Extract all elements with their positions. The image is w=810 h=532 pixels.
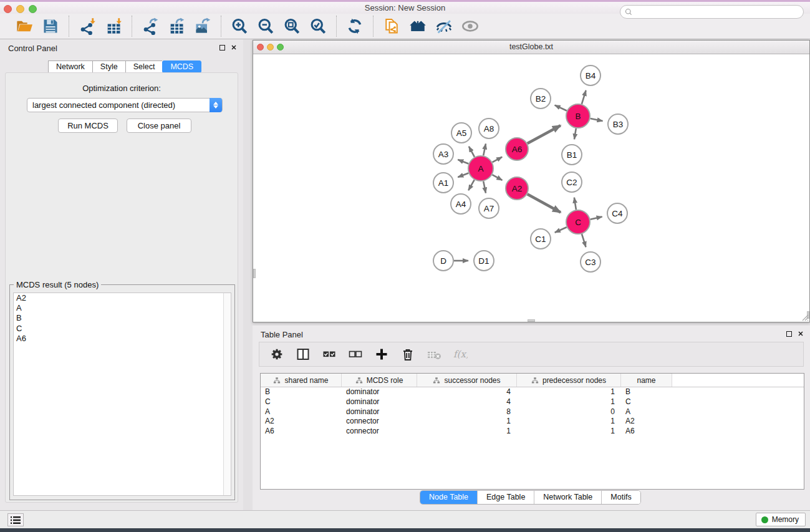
zoom-out-button[interactable]	[255, 16, 276, 37]
edge-C-C3[interactable]	[582, 234, 586, 247]
tab-network[interactable]: Network	[48, 60, 92, 73]
tab-node-table[interactable]: Node Table	[420, 491, 478, 504]
node-A7[interactable]: A7	[479, 198, 499, 218]
edge-A2-C[interactable]	[528, 194, 561, 212]
import-network-button[interactable]	[77, 16, 98, 37]
close-panel-button[interactable]: Close panel	[127, 118, 191, 133]
edge-A-A8[interactable]	[483, 143, 486, 155]
node-A[interactable]: A	[468, 156, 493, 181]
cell[interactable]: 1	[517, 397, 621, 407]
cell[interactable]: A2	[621, 417, 672, 427]
cell[interactable]: 1	[417, 417, 517, 427]
export-network-button[interactable]	[140, 16, 161, 37]
zoom-selected-button[interactable]	[307, 16, 329, 37]
cell[interactable]: dominator	[342, 387, 417, 397]
cell[interactable]: 4	[417, 387, 517, 397]
column-header-name[interactable]: name	[621, 374, 672, 387]
edge-A-A1[interactable]	[458, 173, 468, 178]
zoom-fit-button[interactable]	[281, 16, 302, 37]
node-C[interactable]: C	[566, 210, 590, 234]
edge-C-C1[interactable]	[555, 227, 567, 233]
column-header-MCDS-role[interactable]: MCDS role	[342, 374, 417, 387]
cell[interactable]: C	[261, 397, 342, 407]
node-B1[interactable]: B1	[562, 145, 582, 165]
cell[interactable]: B	[261, 387, 342, 397]
cell[interactable]: C	[621, 397, 672, 407]
import-table-button[interactable]	[103, 16, 124, 37]
show-eye-button[interactable]	[460, 16, 481, 37]
node-A2[interactable]: A2	[506, 177, 528, 200]
cell[interactable]: A6	[621, 427, 672, 437]
task-history-button[interactable]	[7, 513, 24, 526]
node-D[interactable]: D	[433, 251, 453, 271]
column-header-predecessor-nodes[interactable]: predecessor nodes	[517, 374, 621, 387]
tab-mcds[interactable]: MCDS	[162, 60, 201, 73]
network-window-titlebar[interactable]: testGlobe.txt	[253, 41, 809, 54]
node-B[interactable]: B	[566, 104, 590, 128]
node-A3[interactable]: A3	[433, 144, 453, 164]
node-B4[interactable]: B4	[581, 65, 600, 85]
result-item[interactable]: A6	[14, 334, 231, 344]
cell[interactable]: 1	[517, 387, 621, 397]
column-header-shared-name[interactable]: shared name	[261, 374, 342, 387]
float-panel-icon[interactable]	[219, 45, 225, 51]
node-A8[interactable]: A8	[479, 118, 499, 138]
columns-button[interactable]	[294, 346, 312, 363]
mcds-result-list[interactable]: A2ABCA6	[13, 293, 231, 496]
node-C1[interactable]: C1	[531, 229, 551, 249]
result-item[interactable]: A	[14, 303, 231, 313]
node-B2[interactable]: B2	[531, 89, 551, 109]
edge-B-B4[interactable]	[582, 90, 586, 104]
search-input[interactable]	[620, 5, 804, 19]
cell[interactable]: 4	[417, 397, 517, 407]
close-panel-icon[interactable]	[231, 44, 237, 51]
tab-edge-table[interactable]: Edge Table	[478, 491, 534, 504]
edge-A-A4[interactable]	[468, 180, 474, 190]
cell[interactable]: 0	[517, 407, 621, 417]
node-table[interactable]: shared nameMCDS rolesuccessor nodesprede…	[260, 373, 804, 490]
table-row[interactable]: Adominator80A	[261, 407, 804, 417]
edge-A-A6[interactable]	[493, 157, 503, 162]
cell[interactable]: A6	[261, 427, 342, 437]
edge-A-A5[interactable]	[469, 147, 475, 157]
cell[interactable]: A	[621, 407, 672, 417]
cell[interactable]: A2	[261, 417, 342, 427]
tab-select[interactable]: Select	[125, 60, 163, 73]
node-A6[interactable]: A6	[506, 138, 528, 160]
result-item[interactable]: A2	[14, 293, 231, 303]
deselect-all-button[interactable]	[347, 346, 364, 363]
cell[interactable]: dominator	[342, 397, 417, 407]
node-C3[interactable]: C3	[581, 252, 600, 272]
node-D1[interactable]: D1	[474, 251, 494, 271]
export-table-button[interactable]	[166, 16, 187, 37]
edge-B-B1[interactable]	[574, 128, 576, 140]
select-all-button[interactable]	[321, 346, 338, 363]
cell[interactable]: 1	[517, 417, 621, 427]
node-A5[interactable]: A5	[451, 123, 471, 143]
edge-C-C4[interactable]	[591, 216, 602, 219]
hide-selected-button[interactable]	[433, 16, 455, 37]
left-scroll-thumb[interactable]	[253, 269, 256, 278]
zoom-in-button[interactable]	[229, 16, 250, 37]
node-A1[interactable]: A1	[433, 173, 453, 193]
export-image-button[interactable]	[192, 16, 213, 37]
column-header-successor-nodes[interactable]: successor nodes	[417, 374, 517, 387]
run-mcds-button[interactable]: Run MCDS	[58, 118, 118, 133]
cell[interactable]: B	[621, 387, 672, 397]
home-button[interactable]	[407, 16, 428, 37]
refresh-button[interactable]	[344, 16, 365, 37]
cell[interactable]: connector	[342, 417, 417, 427]
cell[interactable]: 1	[417, 427, 517, 437]
settings-gear-button[interactable]	[268, 346, 286, 363]
close-table-panel-icon[interactable]	[798, 331, 804, 337]
table-row[interactable]: A2connector11A2	[261, 417, 804, 427]
float-table-panel-icon[interactable]	[786, 331, 792, 337]
edge-A-A7[interactable]	[483, 181, 486, 193]
cell[interactable]: connector	[342, 427, 417, 437]
table-row[interactable]: Bdominator41B	[261, 387, 804, 397]
edge-B-B2[interactable]	[555, 105, 567, 111]
tab-style[interactable]: Style	[92, 60, 125, 73]
add-column-button[interactable]	[373, 346, 390, 363]
delete-column-button[interactable]	[399, 346, 417, 363]
open-folder-button[interactable]	[14, 16, 35, 37]
